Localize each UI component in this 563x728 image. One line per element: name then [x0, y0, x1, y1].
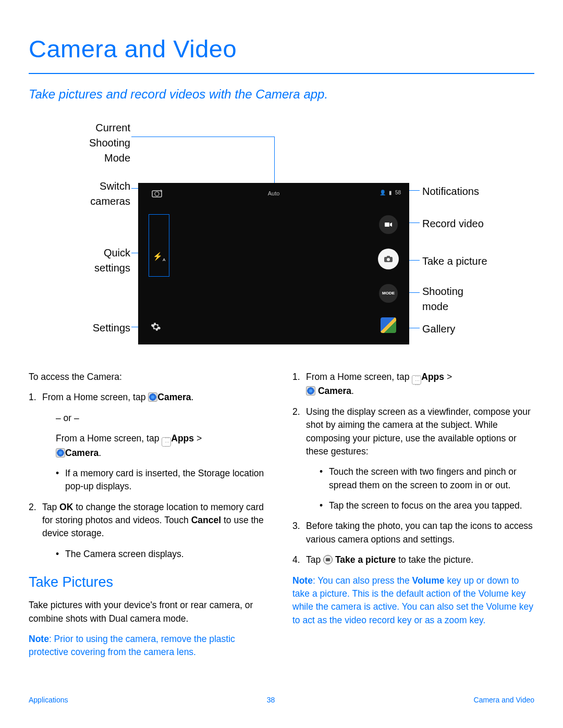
- camera-diagram: CurrentShootingMode Switchcameras Quicks…: [31, 126, 532, 355]
- take-pictures-heading: Take Pictures: [29, 572, 271, 593]
- bullet-storage: If a memory card is inserted, the Storag…: [65, 467, 271, 493]
- battery-percent: 58: [395, 189, 401, 197]
- page-footer: Applications 38 Camera and Video: [29, 695, 534, 705]
- left-column: To access the Camera: 1. From a Home scr…: [29, 371, 271, 667]
- take-pictures-desc: Take pictures with your device's front o…: [29, 599, 271, 625]
- take-picture-button[interactable]: [378, 249, 399, 269]
- step-2: 2. Tap OK to change the storage location…: [29, 501, 271, 561]
- camera-icon: [148, 392, 157, 402]
- shutter-icon: [323, 555, 333, 564]
- r-step-1: 1. From a Home screen, tap Apps > Camera…: [292, 371, 534, 398]
- bullet-screen: The Camera screen displays.: [65, 548, 271, 561]
- label-settings: Settings: [68, 320, 130, 336]
- r-step-4: 4. Tap Take a picture to take the pictur…: [292, 553, 534, 566]
- camera-icon: [306, 386, 315, 396]
- footer-right: Camera and Video: [474, 695, 534, 705]
- status-bar: 👤 ▮ 58: [380, 189, 401, 197]
- svg-rect-4: [387, 256, 390, 257]
- label-current-mode: CurrentShootingMode: [68, 120, 130, 166]
- flash-icon[interactable]: ⚡A: [153, 251, 165, 263]
- svg-point-3: [387, 258, 390, 261]
- footer-page-number: 38: [267, 695, 275, 705]
- r-step-3: 3.Before taking the photo, you can tap t…: [292, 520, 534, 546]
- gallery-thumbnail[interactable]: [381, 317, 396, 333]
- label-shooting-mode: Shootingmode: [422, 284, 463, 314]
- label-record-video: Record video: [422, 216, 484, 231]
- label-switch-cameras: Switchcameras: [68, 179, 130, 209]
- apps-icon: [412, 375, 421, 385]
- page-subtitle: Take pictures and record videos with the…: [29, 85, 534, 104]
- person-icon: 👤: [380, 189, 386, 197]
- bullet-pinch: Touch the screen with two fingers and pi…: [329, 465, 534, 492]
- camera-icon: [56, 448, 65, 458]
- label-quick-settings: Quicksettings: [68, 245, 130, 276]
- note-volume: Note: You can also press the Volume key …: [292, 574, 534, 627]
- page-title: Camera and Video: [29, 31, 534, 74]
- footer-left: Applications: [29, 695, 68, 705]
- current-mode-text: Auto: [268, 190, 280, 198]
- label-take-picture: Take a picture: [422, 254, 487, 269]
- camera-screenshot: Auto 👤 ▮ 58 ⚡A MODE: [138, 183, 409, 344]
- or-divider: – or –: [42, 412, 271, 425]
- switch-camera-icon[interactable]: [151, 189, 163, 199]
- intro-text: To access the Camera:: [29, 371, 271, 384]
- right-column: 1. From a Home screen, tap Apps > Camera…: [292, 371, 534, 667]
- quick-settings-panel[interactable]: [149, 214, 169, 277]
- shooting-mode-button[interactable]: MODE: [379, 284, 398, 303]
- svg-rect-1: [385, 223, 389, 227]
- step-1-alt: From a Home screen, tap Apps > Camera.: [42, 432, 271, 460]
- step-1: 1. From a Home screen, tap Camera. – or …: [29, 391, 271, 493]
- battery-icon: ▮: [389, 189, 392, 197]
- r-step-2: 2.Using the display screen as a viewfind…: [292, 405, 534, 513]
- apps-icon: [162, 437, 171, 447]
- record-video-button[interactable]: [379, 215, 398, 234]
- note-lens: Note: Prior to using the camera, remove …: [29, 633, 271, 659]
- settings-icon[interactable]: [151, 322, 161, 336]
- label-notifications: Notifications: [422, 184, 479, 199]
- label-gallery: Gallery: [422, 322, 455, 337]
- bullet-focus: Tap the screen to focus on the area you …: [329, 499, 534, 512]
